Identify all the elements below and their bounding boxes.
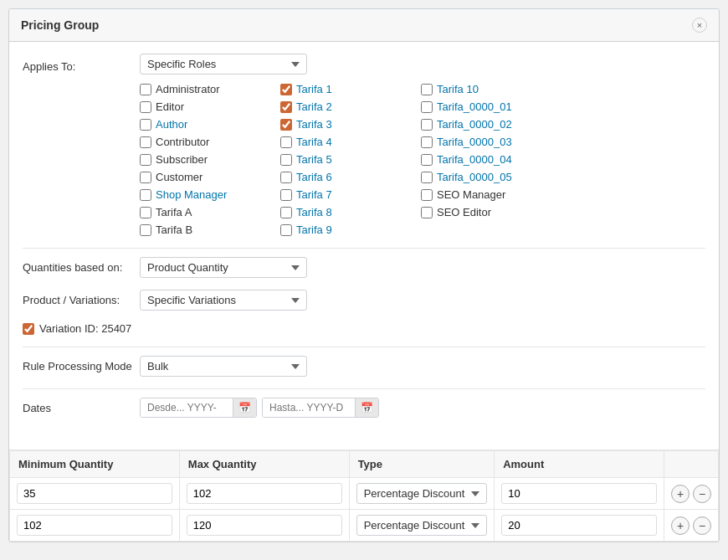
row1-max-qty-input[interactable] [187,483,342,504]
rule-processing-select[interactable]: Bulk Tiered Package [140,356,307,377]
tarifa8-item: Tarifa 8 [280,206,414,218]
row1-amount-input[interactable] [501,483,657,504]
row1-add-button[interactable]: + [671,485,690,503]
tarifa5-label[interactable]: Tarifa 5 [296,153,332,166]
row2-remove-button[interactable]: − [693,516,711,535]
seo-manager-checkbox[interactable] [421,189,433,201]
tarifa9-item: Tarifa 9 [280,223,414,236]
tarifa0004-label[interactable]: Tarifa_0000_04 [437,153,512,166]
rule-processing-control: Bulk Tiered Package [140,356,705,377]
editor-label[interactable]: Editor [156,100,184,113]
table-row: Percentage Discount Fixed Discount Fixed… [10,510,719,542]
row1-min-qty-cell [10,478,180,510]
table-body: Percentage Discount Fixed Discount Fixed… [10,478,719,542]
shop-manager-label[interactable]: Shop Manager [156,188,227,201]
tarifa0005-label[interactable]: Tarifa_0000_05 [437,171,512,183]
divider1 [23,248,705,249]
tarifa4-label[interactable]: Tarifa 4 [296,136,332,148]
tarifa6-checkbox[interactable] [280,172,292,183]
panel-title: Pricing Group [21,18,99,32]
tarifa10-checkbox[interactable] [421,84,433,95]
variation-label[interactable]: Variation ID: 25407 [39,322,131,335]
tarifa3-item: Tarifa 3 [280,118,414,131]
row2-min-qty-input[interactable] [17,515,172,536]
administrator-checkbox[interactable] [140,84,151,95]
col-type: Type [349,451,495,478]
close-button[interactable]: × [692,18,707,33]
date-to-calendar-icon[interactable]: 📅 [355,398,378,417]
author-checkbox[interactable] [140,119,151,131]
tarifa0004-checkbox[interactable] [421,154,433,166]
contributor-label[interactable]: Contributor [156,136,209,148]
tarifa0001-item: Tarifa_0000_01 [421,100,555,113]
table-header-row: Minimum Quantity Max Quantity Type Amoun… [10,451,719,478]
tarifa3-label[interactable]: Tarifa 3 [296,118,332,131]
contributor-checkbox[interactable] [140,136,151,148]
tarifa8-label[interactable]: Tarifa 8 [296,206,332,218]
col-min-qty: Minimum Quantity [10,451,180,478]
row1-min-qty-input[interactable] [17,483,172,504]
tarifa9-checkbox[interactable] [280,224,292,236]
applies-to-select[interactable]: Specific Roles All Users Guest Users [140,54,307,74]
row2-type-select[interactable]: Percentage Discount Fixed Discount Fixed… [356,515,488,536]
seo-editor-checkbox[interactable] [421,207,433,218]
tarifa0001-checkbox[interactable] [421,101,433,113]
tarifa7-checkbox[interactable] [280,189,292,201]
row2-max-qty-input[interactable] [187,515,342,536]
tarifa10-label[interactable]: Tarifa 10 [437,83,479,95]
tarifa0002-checkbox[interactable] [421,119,433,131]
tarifa0003-label[interactable]: Tarifa_0000_03 [437,136,512,148]
tarifa2-checkbox[interactable] [280,101,292,113]
variation-checkbox[interactable] [23,323,34,335]
tarifa1-checkbox[interactable] [280,84,292,95]
row2-max-qty-cell [179,510,349,542]
tarifa5-checkbox[interactable] [280,154,292,166]
row2-add-button[interactable]: + [671,516,690,535]
row1-actions-cell: + − [664,478,719,510]
tarifa6-label[interactable]: Tarifa 6 [296,171,332,183]
row2-amount-input[interactable] [501,515,657,536]
dates-inputs: 📅 📅 [140,398,705,418]
tarifa0005-checkbox[interactable] [421,172,433,183]
tarifa-a-label[interactable]: Tarifa A [156,206,192,218]
administrator-label[interactable]: Administrator [156,83,220,95]
quantities-select[interactable]: Product Quantity Order Quantity Line Ite… [140,257,307,278]
tarifa0004-item: Tarifa_0000_04 [421,153,555,166]
row1-max-qty-cell [179,478,349,510]
tarifa-b-checkbox[interactable] [140,224,151,236]
quantities-control: Product Quantity Order Quantity Line Ite… [140,257,705,278]
tarifa7-label[interactable]: Tarifa 7 [296,188,332,201]
subscriber-checkbox[interactable] [140,154,151,166]
tarifa1-label[interactable]: Tarifa 1 [296,83,332,95]
tarifa0002-label[interactable]: Tarifa_0000_02 [437,118,512,131]
author-label[interactable]: Author [156,118,187,131]
tarifa-a-checkbox[interactable] [140,207,151,218]
date-to-input[interactable] [263,398,355,417]
tarifa3-checkbox[interactable] [280,119,292,131]
seo-manager-label[interactable]: SEO Manager [437,188,505,201]
shop-manager-checkbox[interactable] [140,189,151,201]
dates-control: 📅 📅 [140,398,705,418]
customer-checkbox[interactable] [140,172,151,183]
tarifa4-checkbox[interactable] [280,136,292,148]
date-from-calendar-icon[interactable]: 📅 [233,398,256,417]
date-from-input[interactable] [141,398,233,417]
tarifa8-checkbox[interactable] [280,207,292,218]
row1-type-select[interactable]: Percentage Discount Fixed Discount Fixed… [356,483,488,504]
product-variations-select[interactable]: Specific Variations All Products Specifi… [140,290,307,311]
tarifa-b-label[interactable]: Tarifa B [156,223,192,236]
tarifa2-item: Tarifa 2 [280,100,414,113]
panel-header: Pricing Group × [9,9,719,42]
tarifa0002-item: Tarifa_0000_02 [421,118,555,131]
seo-editor-label[interactable]: SEO Editor [437,206,491,218]
subscriber-label[interactable]: Subscriber [156,153,208,166]
tarifa0001-label[interactable]: Tarifa_0000_01 [437,100,512,113]
tarifa2-label[interactable]: Tarifa 2 [296,100,332,113]
editor-checkbox[interactable] [140,101,151,113]
tarifa0003-checkbox[interactable] [421,136,433,148]
customer-label[interactable]: Customer [156,171,203,183]
tarifa0003-item: Tarifa_0000_03 [421,136,555,148]
tarifa0005-item: Tarifa_0000_05 [421,171,555,183]
row1-remove-button[interactable]: − [693,485,711,503]
tarifa9-label[interactable]: Tarifa 9 [296,223,332,236]
